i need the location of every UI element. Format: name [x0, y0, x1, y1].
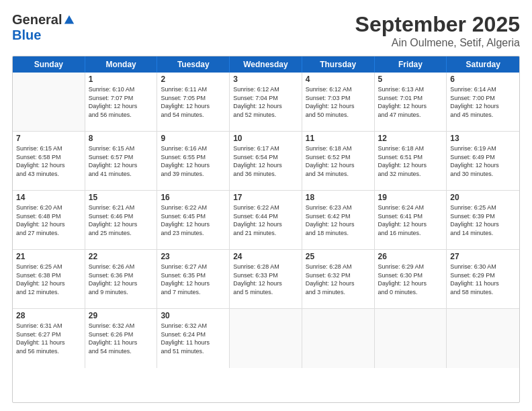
day-info: Sunrise: 6:24 AM Sunset: 6:41 PM Dayligh… — [378, 203, 443, 237]
day-info: Sunrise: 6:25 AM Sunset: 6:38 PM Dayligh… — [16, 263, 81, 296]
header-monday: Monday — [85, 56, 158, 73]
day-number: 18 — [306, 193, 371, 202]
day-info: Sunrise: 6:16 AM Sunset: 6:55 PM Dayligh… — [161, 144, 226, 178]
day-info: Sunrise: 6:18 AM Sunset: 6:51 PM Dayligh… — [378, 144, 443, 178]
day-info: Sunrise: 6:17 AM Sunset: 6:54 PM Dayligh… — [233, 144, 298, 178]
day-number: 13 — [450, 134, 516, 143]
day-number: 12 — [378, 134, 443, 143]
cell-w5-d1: 28Sunrise: 6:31 AM Sunset: 6:27 PM Dayli… — [13, 309, 85, 368]
cell-w5-d2: 29Sunrise: 6:32 AM Sunset: 6:26 PM Dayli… — [85, 309, 158, 368]
day-number: 23 — [161, 252, 226, 261]
day-number: 30 — [161, 311, 226, 320]
cell-w3-d5: 18Sunrise: 6:23 AM Sunset: 6:42 PM Dayli… — [302, 191, 375, 249]
cell-w1-d5: 4Sunrise: 6:12 AM Sunset: 7:03 PM Daylig… — [302, 73, 375, 131]
week-row-2: 7Sunrise: 6:15 AM Sunset: 6:58 PM Daylig… — [13, 132, 519, 191]
header-friday: Friday — [375, 56, 447, 73]
day-info: Sunrise: 6:13 AM Sunset: 7:01 PM Dayligh… — [378, 85, 443, 119]
day-info: Sunrise: 6:18 AM Sunset: 6:52 PM Dayligh… — [306, 144, 371, 178]
page: General Blue September 2025 Ain Oulmene,… — [0, 0, 532, 411]
day-number: 28 — [16, 311, 81, 320]
day-number: 26 — [378, 252, 443, 261]
logo: General Blue — [12, 12, 75, 43]
day-info: Sunrise: 6:22 AM Sunset: 6:45 PM Dayligh… — [161, 203, 226, 237]
day-number: 20 — [450, 193, 516, 202]
day-info: Sunrise: 6:20 AM Sunset: 6:48 PM Dayligh… — [16, 203, 81, 237]
cell-w2-d7: 13Sunrise: 6:19 AM Sunset: 6:49 PM Dayli… — [447, 132, 519, 190]
day-number: 14 — [16, 193, 81, 202]
day-number: 5 — [378, 75, 443, 84]
day-number: 8 — [89, 134, 154, 143]
day-info: Sunrise: 6:30 AM Sunset: 6:29 PM Dayligh… — [450, 263, 516, 296]
day-number: 22 — [89, 252, 154, 261]
calendar: Sunday Monday Tuesday Wednesday Thursday… — [12, 56, 520, 403]
cell-w4-d4: 24Sunrise: 6:28 AM Sunset: 6:33 PM Dayli… — [230, 250, 302, 308]
svg-marker-0 — [64, 15, 74, 24]
day-number: 25 — [306, 252, 371, 261]
day-number: 29 — [89, 311, 154, 320]
cell-w3-d7: 20Sunrise: 6:25 AM Sunset: 6:39 PM Dayli… — [447, 191, 519, 249]
week-row-3: 14Sunrise: 6:20 AM Sunset: 6:48 PM Dayli… — [13, 191, 519, 250]
cell-w5-d7 — [447, 309, 519, 368]
page-subtitle: Ain Oulmene, Setif, Algeria — [355, 37, 520, 49]
day-info: Sunrise: 6:26 AM Sunset: 6:36 PM Dayligh… — [89, 263, 154, 296]
cell-w4-d3: 23Sunrise: 6:27 AM Sunset: 6:35 PM Dayli… — [157, 250, 230, 308]
calendar-body: 1Sunrise: 6:10 AM Sunset: 7:07 PM Daylig… — [13, 73, 519, 368]
week-row-1: 1Sunrise: 6:10 AM Sunset: 7:07 PM Daylig… — [13, 73, 519, 132]
day-info: Sunrise: 6:31 AM Sunset: 6:27 PM Dayligh… — [16, 322, 81, 355]
header-wednesday: Wednesday — [230, 56, 302, 73]
day-info: Sunrise: 6:15 AM Sunset: 6:58 PM Dayligh… — [16, 144, 81, 178]
cell-w4-d5: 25Sunrise: 6:28 AM Sunset: 6:32 PM Dayli… — [302, 250, 375, 308]
cell-w2-d4: 10Sunrise: 6:17 AM Sunset: 6:54 PM Dayli… — [230, 132, 302, 190]
title-block: September 2025 Ain Oulmene, Setif, Alger… — [355, 12, 520, 49]
cell-w1-d2: 1Sunrise: 6:10 AM Sunset: 7:07 PM Daylig… — [85, 73, 158, 131]
logo-blue-text: Blue — [12, 28, 41, 43]
header-tuesday: Tuesday — [157, 56, 230, 73]
cell-w4-d1: 21Sunrise: 6:25 AM Sunset: 6:38 PM Dayli… — [13, 250, 85, 308]
page-title: September 2025 — [355, 12, 520, 37]
day-info: Sunrise: 6:23 AM Sunset: 6:42 PM Dayligh… — [306, 203, 371, 237]
day-number: 24 — [233, 252, 298, 261]
cell-w5-d6 — [375, 309, 447, 368]
day-info: Sunrise: 6:25 AM Sunset: 6:39 PM Dayligh… — [450, 203, 516, 237]
cell-w2-d3: 9Sunrise: 6:16 AM Sunset: 6:55 PM Daylig… — [157, 132, 230, 190]
cell-w1-d7: 6Sunrise: 6:14 AM Sunset: 7:00 PM Daylig… — [447, 73, 519, 131]
day-info: Sunrise: 6:28 AM Sunset: 6:33 PM Dayligh… — [233, 263, 298, 296]
day-info: Sunrise: 6:12 AM Sunset: 7:03 PM Dayligh… — [306, 85, 371, 119]
logo-general: General — [12, 12, 62, 28]
header: General Blue September 2025 Ain Oulmene,… — [12, 12, 520, 49]
cell-w2-d1: 7Sunrise: 6:15 AM Sunset: 6:58 PM Daylig… — [13, 132, 85, 190]
day-number: 2 — [161, 75, 226, 84]
day-info: Sunrise: 6:28 AM Sunset: 6:32 PM Dayligh… — [306, 263, 371, 296]
day-info: Sunrise: 6:21 AM Sunset: 6:46 PM Dayligh… — [89, 203, 154, 237]
day-info: Sunrise: 6:27 AM Sunset: 6:35 PM Dayligh… — [161, 263, 226, 296]
cell-w1-d4: 3Sunrise: 6:12 AM Sunset: 7:04 PM Daylig… — [230, 73, 302, 131]
day-number: 11 — [306, 134, 371, 143]
day-number: 4 — [306, 75, 371, 84]
cell-w1-d6: 5Sunrise: 6:13 AM Sunset: 7:01 PM Daylig… — [375, 73, 447, 131]
day-info: Sunrise: 6:10 AM Sunset: 7:07 PM Dayligh… — [89, 85, 154, 119]
cell-w3-d1: 14Sunrise: 6:20 AM Sunset: 6:48 PM Dayli… — [13, 191, 85, 249]
cell-w4-d7: 27Sunrise: 6:30 AM Sunset: 6:29 PM Dayli… — [447, 250, 519, 308]
cell-w5-d3: 30Sunrise: 6:32 AM Sunset: 6:24 PM Dayli… — [157, 309, 230, 368]
cell-w3-d4: 17Sunrise: 6:22 AM Sunset: 6:44 PM Dayli… — [230, 191, 302, 249]
week-row-5: 28Sunrise: 6:31 AM Sunset: 6:27 PM Dayli… — [13, 309, 519, 368]
day-number: 17 — [233, 193, 298, 202]
day-number: 15 — [89, 193, 154, 202]
day-number: 1 — [89, 75, 154, 84]
day-number: 7 — [16, 134, 81, 143]
header-saturday: Saturday — [447, 56, 519, 73]
cell-w4-d6: 26Sunrise: 6:29 AM Sunset: 6:30 PM Dayli… — [375, 250, 447, 308]
day-number: 21 — [16, 252, 81, 261]
logo-text: General — [12, 12, 75, 28]
cell-w1-d3: 2Sunrise: 6:11 AM Sunset: 7:05 PM Daylig… — [157, 73, 230, 131]
cell-w2-d2: 8Sunrise: 6:15 AM Sunset: 6:57 PM Daylig… — [85, 132, 158, 190]
cell-w3-d6: 19Sunrise: 6:24 AM Sunset: 6:41 PM Dayli… — [375, 191, 447, 249]
cell-w5-d5 — [302, 309, 375, 368]
day-number: 3 — [233, 75, 298, 84]
week-row-4: 21Sunrise: 6:25 AM Sunset: 6:38 PM Dayli… — [13, 250, 519, 309]
day-info: Sunrise: 6:14 AM Sunset: 7:00 PM Dayligh… — [450, 85, 516, 119]
logo-icon — [63, 14, 75, 26]
cell-w3-d3: 16Sunrise: 6:22 AM Sunset: 6:45 PM Dayli… — [157, 191, 230, 249]
day-info: Sunrise: 6:22 AM Sunset: 6:44 PM Dayligh… — [233, 203, 298, 237]
cell-w2-d6: 12Sunrise: 6:18 AM Sunset: 6:51 PM Dayli… — [375, 132, 447, 190]
